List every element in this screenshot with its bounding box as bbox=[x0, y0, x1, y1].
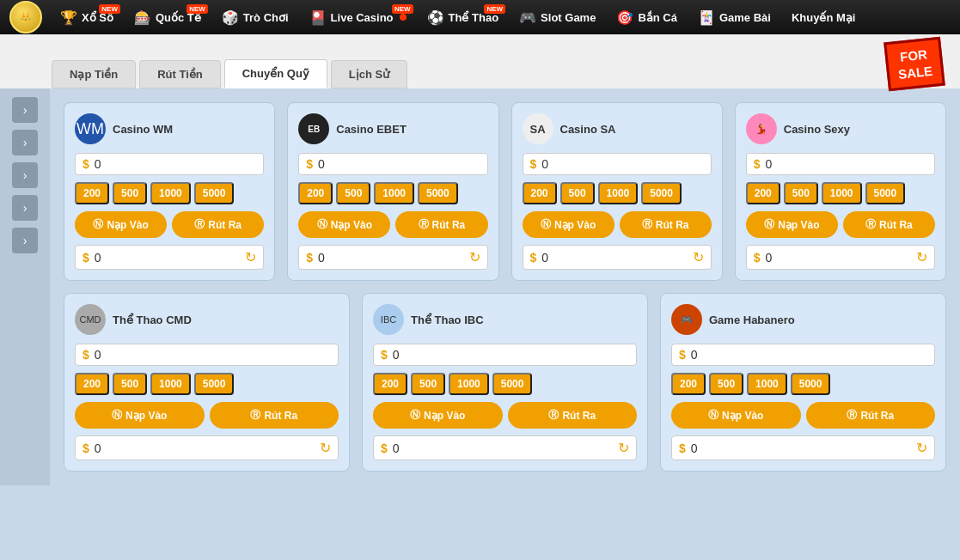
refresh-icon-casino-sexy[interactable]: ↻ bbox=[916, 249, 927, 265]
chip-200-casino-sexy[interactable]: 200 bbox=[746, 182, 780, 204]
refresh-icon-thethao-ibc[interactable]: ↻ bbox=[618, 440, 629, 456]
dollar-sign-casino-wm: $ bbox=[83, 157, 89, 171]
btn-nap-casino-sa[interactable]: Ⓝ Nạp Vào bbox=[523, 211, 615, 238]
card-input-thethao-ibc[interactable]: $ 0 bbox=[373, 344, 637, 366]
chip-1000-casino-ebet[interactable]: 1000 bbox=[374, 182, 414, 204]
chip-500-casino-sexy[interactable]: 500 bbox=[784, 182, 818, 204]
sidebar-chevron-4[interactable]: › bbox=[12, 195, 38, 221]
tabs-wrapper: Nạp Tiền Rút Tiền Chuyển Quỹ Lịch Sử FOR… bbox=[0, 34, 960, 88]
chip-1000-thethao-cmd[interactable]: 1000 bbox=[150, 373, 191, 395]
btn-rut-thethao-cmd[interactable]: Ⓡ Rút Ra bbox=[210, 402, 339, 429]
nav-trochoi[interactable]: 🎲 Trò Chơi bbox=[213, 6, 297, 29]
card-input-casino-sexy[interactable]: $ 0 bbox=[746, 153, 935, 175]
chip-1000-casino-sa[interactable]: 1000 bbox=[598, 182, 639, 204]
bottom-input-thethao-ibc[interactable]: $ 0 ↻ bbox=[373, 435, 637, 460]
nav-quocte[interactable]: 🎰 Quốc Tế NEW bbox=[125, 6, 210, 29]
bottom-input-game-habanero[interactable]: $ 0 ↻ bbox=[671, 435, 935, 460]
chip-5000-game-habanero[interactable]: 5000 bbox=[791, 373, 831, 395]
sidebar-chevron-2[interactable]: › bbox=[12, 130, 38, 155]
card-input-thethao-cmd[interactable]: $ 0 bbox=[75, 344, 339, 366]
bottom-val-casino-wm: 0 bbox=[95, 251, 245, 265]
chips-row-thethao-ibc: 20050010005000 bbox=[373, 373, 637, 395]
nav-xoso[interactable]: 🏆 Xổ Số NEW bbox=[52, 6, 122, 29]
chip-5000-casino-wm[interactable]: 5000 bbox=[194, 182, 235, 204]
sidebar-chevron-1[interactable]: › bbox=[12, 97, 38, 123]
chip-200-thethao-cmd[interactable]: 200 bbox=[75, 373, 109, 395]
bottom-input-casino-ebet[interactable]: $ 0 ↻ bbox=[298, 245, 487, 270]
btn-rut-game-habanero[interactable]: Ⓡ Rút Ra bbox=[806, 402, 936, 429]
card-input-game-habanero[interactable]: $ 0 bbox=[671, 344, 935, 366]
tab-naptien[interactable]: Nạp Tiền bbox=[52, 60, 136, 88]
tab-chuyenquy[interactable]: Chuyển Quỹ bbox=[224, 59, 327, 88]
refresh-icon-casino-wm[interactable]: ↻ bbox=[245, 249, 256, 265]
chip-200-casino-sa[interactable]: 200 bbox=[523, 182, 557, 204]
btn-rut-casino-ebet[interactable]: Ⓡ Rút Ra bbox=[395, 211, 487, 238]
btn-nap-thethao-cmd[interactable]: Ⓝ Nạp Vào bbox=[75, 402, 205, 429]
bottom-input-casino-sexy[interactable]: $ 0 ↻ bbox=[746, 245, 935, 270]
chip-5000-casino-ebet[interactable]: 5000 bbox=[418, 182, 458, 204]
chip-500-casino-sa[interactable]: 500 bbox=[560, 182, 595, 204]
btn-nap-casino-sexy[interactable]: Ⓝ Nạp Vào bbox=[746, 211, 838, 238]
btn-rut-casino-wm[interactable]: Ⓡ Rút Ra bbox=[172, 211, 264, 238]
card-title-casino-ebet: Casino EBET bbox=[336, 123, 407, 136]
nav-banca[interactable]: 🎯 Bắn Cá bbox=[608, 6, 686, 29]
chip-500-game-habanero[interactable]: 500 bbox=[709, 373, 743, 395]
btn-nap-game-habanero[interactable]: Ⓝ Nạp Vào bbox=[671, 402, 801, 429]
chip-500-casino-ebet[interactable]: 500 bbox=[336, 182, 370, 204]
nap-icon-casino-wm: Ⓝ bbox=[93, 217, 103, 232]
sidebar-chevron-3[interactable]: › bbox=[12, 162, 38, 188]
nav-banca-label: Bắn Cá bbox=[638, 11, 677, 24]
chip-200-game-habanero[interactable]: 200 bbox=[671, 373, 706, 395]
sidebar-chevron-5[interactable]: › bbox=[12, 228, 38, 253]
card-input-casino-wm[interactable]: $ 0 bbox=[75, 153, 264, 175]
chip-500-thethao-cmd[interactable]: 500 bbox=[113, 373, 147, 395]
btn-rut-casino-sexy[interactable]: Ⓡ Rút Ra bbox=[843, 211, 935, 238]
tab-lichsu[interactable]: Lịch Sử bbox=[331, 60, 407, 88]
chip-5000-thethao-cmd[interactable]: 5000 bbox=[194, 373, 235, 395]
card-header-casino-wm: WM Casino WM bbox=[75, 113, 264, 144]
new-badge-livecasino: NEW bbox=[392, 4, 413, 14]
logo[interactable]: 👑 bbox=[7, 0, 45, 36]
refresh-icon-casino-sa[interactable]: ↻ bbox=[693, 249, 704, 265]
nap-icon-thethao-cmd: Ⓝ bbox=[112, 408, 122, 423]
bottom-input-casino-sa[interactable]: $ 0 ↻ bbox=[523, 245, 712, 270]
chip-5000-thethao-ibc[interactable]: 5000 bbox=[492, 373, 533, 395]
btn-rut-casino-sa[interactable]: Ⓡ Rút Ra bbox=[620, 211, 712, 238]
card-input-casino-ebet[interactable]: $ 0 bbox=[298, 153, 487, 175]
bottom-input-casino-wm[interactable]: $ 0 ↻ bbox=[75, 245, 264, 270]
action-row-thethao-cmd: Ⓝ Nạp Vào Ⓡ Rút Ra bbox=[75, 402, 339, 429]
bottom-val-casino-ebet: 0 bbox=[318, 251, 468, 265]
chip-1000-casino-sexy[interactable]: 1000 bbox=[822, 182, 862, 204]
btn-nap-casino-wm[interactable]: Ⓝ Nạp Vào bbox=[75, 211, 167, 238]
bottom-input-thethao-cmd[interactable]: $ 0 ↻ bbox=[75, 435, 339, 460]
refresh-icon-thethao-cmd[interactable]: ↻ bbox=[320, 440, 331, 456]
card-input-casino-sa[interactable]: $ 0 bbox=[523, 153, 712, 175]
btn-rut-thethao-ibc[interactable]: Ⓡ Rút Ra bbox=[508, 402, 638, 429]
refresh-icon-game-habanero[interactable]: ↻ bbox=[916, 440, 927, 456]
chip-1000-game-habanero[interactable]: 1000 bbox=[747, 373, 787, 395]
chip-200-casino-wm[interactable]: 200 bbox=[75, 182, 109, 204]
nav-gamebai-label: Game Bài bbox=[719, 11, 771, 24]
btn-nap-thethao-ibc[interactable]: Ⓝ Nạp Vào bbox=[373, 402, 503, 429]
rut-icon-thethao-ibc: Ⓡ bbox=[548, 408, 559, 423]
chip-1000-thethao-ibc[interactable]: 1000 bbox=[449, 373, 489, 395]
sidebar: › › › › › bbox=[0, 88, 50, 485]
chip-5000-casino-sexy[interactable]: 5000 bbox=[865, 182, 906, 204]
chip-1000-casino-wm[interactable]: 1000 bbox=[150, 182, 191, 204]
chip-500-casino-wm[interactable]: 500 bbox=[113, 182, 147, 204]
nav-thethao[interactable]: ⚽ Thể Thao NEW bbox=[419, 6, 508, 29]
chip-200-casino-ebet[interactable]: 200 bbox=[298, 182, 333, 204]
nav-livecasino[interactable]: 🎴 Live Casino NEW bbox=[301, 6, 415, 29]
btn-nap-casino-ebet[interactable]: Ⓝ Nạp Vào bbox=[298, 211, 390, 238]
nav-slotgame[interactable]: 🎮 Slot Game bbox=[511, 6, 604, 29]
tab-ruttien[interactable]: Rút Tiền bbox=[139, 60, 221, 88]
nav-khuyenmai[interactable]: Khuyến Mại bbox=[783, 8, 865, 27]
nav-gamebai[interactable]: 🃏 Game Bài bbox=[689, 6, 780, 29]
chip-200-thethao-ibc[interactable]: 200 bbox=[373, 373, 407, 395]
refresh-icon-casino-ebet[interactable]: ↻ bbox=[469, 249, 480, 265]
card-casino-sa: SA Casino SA $ 0 20050010005000 Ⓝ Nạp Và… bbox=[511, 102, 723, 281]
chip-5000-casino-sa[interactable]: 5000 bbox=[641, 182, 682, 204]
rut-icon-casino-wm: Ⓡ bbox=[194, 217, 205, 232]
bottom-dollar-thethao-ibc: $ bbox=[381, 441, 388, 455]
chip-500-thethao-ibc[interactable]: 500 bbox=[411, 373, 445, 395]
